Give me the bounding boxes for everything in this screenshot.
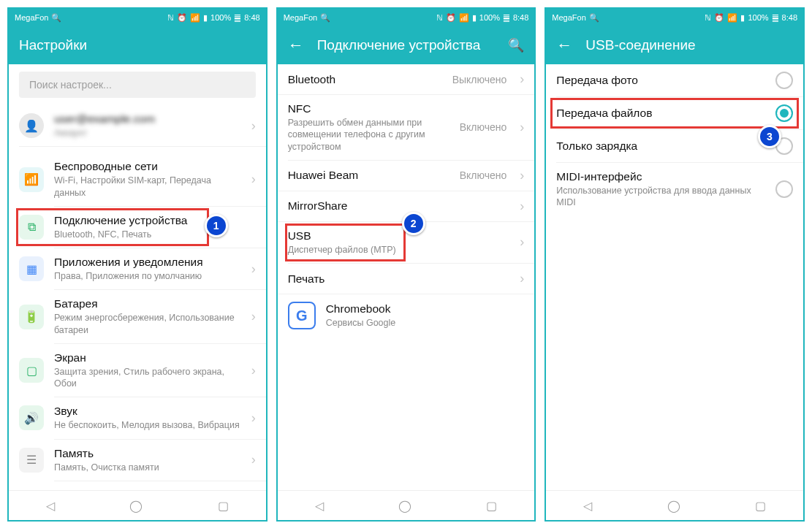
battery-label: 100% xyxy=(748,13,768,22)
connection-list: Bluetooth Выключено › NFC Разрешить обме… xyxy=(278,64,535,490)
storage-icon: ☰ xyxy=(19,448,44,473)
settings-item-apps[interactable]: ▦ Приложения и уведомления Права, Прилож… xyxy=(9,248,266,289)
item-sub: Режим энергосбережения, Использование ба… xyxy=(54,312,241,336)
nav-recent-icon[interactable]: ▢ xyxy=(218,499,229,513)
row-bluetooth[interactable]: Bluetooth Выключено › xyxy=(278,64,535,94)
search-icon: 🔍 xyxy=(320,13,330,23)
nav-back-icon[interactable]: ◁ xyxy=(583,499,592,513)
battery-label: 100% xyxy=(210,13,231,22)
nav-recent-icon[interactable]: ▢ xyxy=(755,499,766,513)
page-title: USB-соединение xyxy=(585,37,695,53)
option-file-transfer[interactable]: Передача файлов xyxy=(546,97,803,129)
settings-item-storage[interactable]: ☰ Память Память, Очистка памяти › xyxy=(9,440,266,481)
item-title: Печать xyxy=(288,272,510,286)
option-label: Передача файлов xyxy=(556,107,765,120)
nav-bar: ◁ ◯ ▢ xyxy=(9,490,266,520)
nfc-icon: ℕ xyxy=(436,13,443,23)
item-sub: Права, Приложения по умолчанию xyxy=(54,270,241,282)
item-title: MirrorShare xyxy=(288,199,510,213)
nav-back-icon[interactable]: ◁ xyxy=(46,499,55,513)
row-chromebook[interactable]: G Chromebook Сервисы Google xyxy=(278,294,535,337)
clock-label: 8:48 xyxy=(513,13,528,22)
usb-options: Передача фото Передача файлов 3 Только з… xyxy=(546,64,803,490)
chevron-right-icon: › xyxy=(520,199,524,214)
signal-icon: ▮ xyxy=(740,13,745,23)
profile-title: user@example.com xyxy=(54,112,241,126)
chevron-right-icon: › xyxy=(251,309,256,324)
settings-item-security[interactable]: 🛡 Безопасность и конфиденциальность Датч… xyxy=(9,481,266,490)
search-placeholder: Поиск настроек... xyxy=(29,79,112,91)
chevron-right-icon: › xyxy=(251,452,256,467)
nav-home-icon[interactable]: ◯ xyxy=(129,499,143,513)
chevron-right-icon: › xyxy=(520,168,524,183)
carrier-label: MegaFon xyxy=(284,13,317,22)
item-title: Приложения и уведомления xyxy=(54,256,241,269)
wifi-icon: 📶 xyxy=(727,13,737,23)
nav-home-icon[interactable]: ◯ xyxy=(667,499,680,513)
search-input[interactable]: Поиск настроек... xyxy=(19,72,256,98)
carrier-label: MegaFon xyxy=(552,13,585,22)
device-icon: ⧉ xyxy=(19,215,44,240)
clock-label: 8:48 xyxy=(244,13,259,22)
profile-row[interactable]: 👤 user@example.com Аккаунт › xyxy=(9,105,266,146)
page-title: Подключение устройства xyxy=(317,37,481,53)
callout-3: 3 xyxy=(758,125,781,148)
status-bar: MegaFon 🔍 ℕ ⏰ 📶 ▮ 100% ䷀ 8:48 xyxy=(9,9,266,26)
nav-bar: ◁ ◯ ▢ xyxy=(278,490,535,520)
wifi-icon: 📶 xyxy=(459,13,469,23)
option-label: Передача фото xyxy=(556,74,765,87)
item-sub: Память, Очистка памяти xyxy=(54,462,241,473)
item-title: USB xyxy=(288,229,510,242)
item-title: Беспроводные сети xyxy=(54,160,241,173)
item-sub: Защита зрения, Стиль рабочего экрана, Об… xyxy=(54,366,241,390)
item-sub: Не беспокоить, Мелодия вызова, Вибрация xyxy=(54,419,241,431)
battery-icon: 🔋 xyxy=(19,305,44,329)
option-midi[interactable]: MIDI-интерфейс Использование устройства … xyxy=(546,163,803,216)
row-print[interactable]: Печать › xyxy=(278,264,535,294)
item-title: Экран xyxy=(54,351,241,364)
app-bar: Настройки xyxy=(9,26,266,64)
search-icon[interactable]: 🔍 xyxy=(508,37,524,53)
signal-icon: ▮ xyxy=(203,13,208,23)
back-icon[interactable]: ← xyxy=(288,36,304,55)
nav-recent-icon[interactable]: ▢ xyxy=(486,499,497,513)
settings-item-wireless[interactable]: 📶 Беспроводные сети Wi-Fi, Настройки SIM… xyxy=(9,153,266,206)
settings-item-sound[interactable]: 🔊 Звук Не беспокоить, Мелодия вызова, Ви… xyxy=(9,397,266,438)
chevron-right-icon: › xyxy=(520,120,524,135)
radio-icon-selected[interactable] xyxy=(775,104,793,122)
back-icon[interactable]: ← xyxy=(556,36,572,55)
item-title: Bluetooth xyxy=(288,73,442,86)
chevron-right-icon: › xyxy=(520,72,524,87)
nav-home-icon[interactable]: ◯ xyxy=(398,499,411,513)
item-title: Huawei Beam xyxy=(288,169,449,182)
wifi-icon: 📶 xyxy=(19,167,44,192)
screen-usb-connection: MegaFon🔍 ℕ⏰📶▮100%䷀8:48 ← USB-соединение … xyxy=(545,7,805,522)
settings-item-battery[interactable]: 🔋 Батарея Режим энергосбережения, Исполь… xyxy=(9,290,266,343)
callout-2: 2 xyxy=(402,212,425,235)
chevron-right-icon: › xyxy=(251,261,256,277)
nav-back-icon[interactable]: ◁ xyxy=(315,499,324,513)
item-title: Звук xyxy=(54,405,241,418)
status-bar: MegaFon🔍 ℕ⏰📶▮100%䷀8:48 xyxy=(278,9,535,26)
display-icon: ▢ xyxy=(19,358,44,383)
item-sub: Wi-Fi, Настройки SIM-карт, Передача данн… xyxy=(54,175,241,199)
radio-icon[interactable] xyxy=(775,180,793,198)
chevron-right-icon: › xyxy=(520,234,524,250)
item-sub: Разрешить обмен данными при совмещении т… xyxy=(288,117,449,153)
item-status: Включено xyxy=(460,169,507,181)
row-huawei-beam[interactable]: Huawei Beam Включено › xyxy=(278,161,535,191)
option-label: MIDI-интерфейс xyxy=(556,170,765,183)
profile-sub: Аккаунт xyxy=(54,127,241,139)
battery-label: 100% xyxy=(479,13,500,22)
chevron-right-icon: › xyxy=(251,118,256,134)
option-photo-transfer[interactable]: Передача фото xyxy=(546,64,803,96)
item-status: Включено xyxy=(460,121,507,133)
settings-item-display[interactable]: ▢ Экран Защита зрения, Стиль рабочего эк… xyxy=(9,344,266,397)
app-bar: ← USB-соединение xyxy=(546,26,803,64)
radio-icon[interactable] xyxy=(775,72,793,89)
alarm-icon: ⏰ xyxy=(446,13,456,23)
chevron-right-icon: › xyxy=(251,363,256,378)
row-nfc[interactable]: NFC Разрешить обмен данными при совмещен… xyxy=(278,95,535,160)
clock-label: 8:48 xyxy=(782,13,797,22)
signal-icon: ▮ xyxy=(472,13,477,23)
